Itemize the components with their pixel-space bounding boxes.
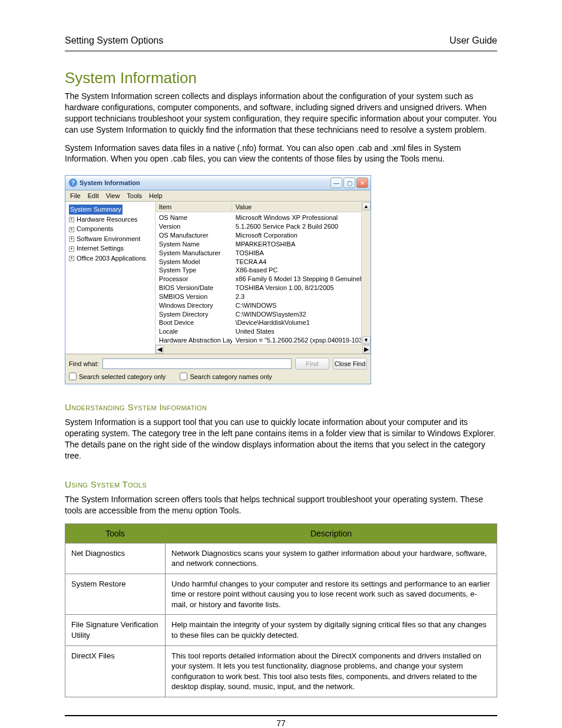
system-information-window: ? System Information — ▢ ✕ File Edit Vie… [65,175,371,384]
menu-help[interactable]: Help [149,192,163,199]
page-number: 77 [65,716,497,728]
item-cell: System Name [156,240,232,249]
list-row[interactable]: LocaleUnited States [156,327,371,336]
item-cell: OS Manufacturer [156,231,232,240]
expand-icon[interactable]: + [69,217,74,222]
tool-desc-cell: Undo harmful changes to your computer an… [166,574,497,615]
section-heading-understanding: Understanding System Information [65,402,497,412]
value-cell: TOSHIBA Version 1.00, 8/21/2005 [232,284,371,292]
list-row[interactable]: Windows DirectoryC:\WINDOWS [156,301,371,310]
tool-desc-cell: Network Diagnostics scans your system to… [166,543,497,574]
list-row[interactable]: SMBIOS Version2.3 [156,292,371,301]
scroll-right-icon[interactable]: ▶ [362,345,371,354]
tool-desc-cell: Help maintain the integrity of your syst… [166,615,497,645]
list-row[interactable]: Hardware Abstraction LayerVersion = "5.1… [156,336,371,345]
list-row[interactable]: Boot Device\Device\HarddiskVolume1 [156,318,371,327]
value-cell: \Device\HarddiskVolume1 [232,318,371,327]
item-cell: OS Name [156,213,232,222]
close-find-button[interactable]: Close Find [333,358,367,370]
tool-name-cell: System Restore [65,574,166,615]
item-cell: System Directory [156,310,232,319]
tools-paragraph: The System Information screen offers too… [65,494,497,516]
value-cell: MPARKERTOSHIBA [232,240,371,249]
value-cell: 2.3 [232,292,371,301]
search-names-checkbox[interactable]: Search category names only [180,373,272,380]
item-cell: Version [156,222,232,231]
item-cell: Hardware Abstraction Layer [156,336,232,345]
value-cell: TOSHIBA [232,249,371,258]
tool-desc-cell: This tool reports detailed information a… [166,645,497,697]
item-cell: Windows Directory [156,301,232,310]
list-row[interactable]: System NameMPARKERTOSHIBA [156,240,371,249]
expand-icon[interactable]: + [69,256,74,261]
tree-item[interactable]: Internet Settings [77,245,124,252]
tool-name-cell: DirectX Files [65,645,166,697]
category-tree[interactable]: System Summary +Hardware Resources +Comp… [65,202,156,354]
list-row[interactable]: OS NameMicrosoft Windows XP Professional [156,213,371,222]
close-button[interactable]: ✕ [356,177,368,188]
vertical-scrollbar[interactable]: ▲ ▼ [361,202,371,344]
column-header-value[interactable]: Value [232,202,371,212]
list-row[interactable]: OS ManufacturerMicrosoft Corporation [156,231,371,240]
tree-item-selected[interactable]: System Summary [69,205,123,215]
find-input[interactable] [103,358,292,369]
details-pane: Item Value OS NameMicrosoft Windows XP P… [156,202,371,354]
list-row[interactable]: System ManufacturerTOSHIBA [156,249,371,258]
column-header-item[interactable]: Item [156,202,232,212]
item-cell: Boot Device [156,318,232,327]
table-row: System RestoreUndo harmful changes to yo… [65,574,497,615]
expand-icon[interactable]: + [69,236,74,242]
tool-name-cell: Net Diagnostics [65,543,166,574]
value-cell: C:\WINDOWS\system32 [232,310,371,319]
find-label: Find what: [69,360,99,367]
intro-paragraph-2: System Information saves data files in a… [65,143,497,165]
list-row[interactable]: BIOS Version/DateTOSHIBA Version 1.00, 8… [156,284,371,292]
scroll-down-icon[interactable]: ▼ [362,336,371,344]
minimize-button[interactable]: — [330,177,342,188]
list-row[interactable]: System DirectoryC:\WINDOWS\system32 [156,310,371,319]
tree-item[interactable]: Office 2003 Applications [77,255,146,262]
table-header-tools: Tools [65,523,166,543]
item-cell: Locale [156,327,232,336]
scroll-left-icon[interactable]: ◀ [156,345,164,354]
menu-tools[interactable]: Tools [127,192,142,199]
list-row[interactable]: System ModelTECRA A4 [156,258,371,266]
list-row[interactable]: Version5.1.2600 Service Pack 2 Build 260… [156,222,371,231]
scroll-up-icon[interactable]: ▲ [362,202,371,210]
item-cell: System Manufacturer [156,249,232,258]
value-cell: C:\WINDOWS [232,301,371,310]
menu-file[interactable]: File [70,192,81,199]
section-heading-tools: Using System Tools [65,479,497,489]
maximize-button[interactable]: ▢ [343,177,355,188]
search-selected-checkbox[interactable]: Search selected category only [69,373,166,380]
menu-view[interactable]: View [106,192,120,199]
window-titlebar: ? System Information — ▢ ✕ [65,176,371,190]
tool-name-cell: File Signature Verification Utility [65,615,166,645]
menu-bar: File Edit View Tools Help [65,190,371,202]
table-row: Net DiagnosticsNetwork Diagnostics scans… [65,543,497,574]
item-cell: System Type [156,266,232,275]
item-cell: System Model [156,258,232,266]
table-header-description: Description [166,523,497,543]
header-right: User Guide [449,35,497,46]
page-header: Setting System Options User Guide [65,35,497,51]
horizontal-scrollbar[interactable]: ◀ ▶ [156,344,371,354]
value-cell: TECRA A4 [232,258,371,266]
menu-edit[interactable]: Edit [88,192,99,199]
intro-paragraph-1: The System Information screen collects a… [65,91,497,136]
expand-icon[interactable]: + [69,246,74,252]
tree-item[interactable]: Hardware Resources [77,216,137,223]
list-row[interactable]: System TypeX86-based PC [156,266,371,275]
tree-item[interactable]: Components [77,225,113,232]
list-row[interactable]: Processorx86 Family 6 Model 13 Stepping … [156,275,371,284]
value-cell: Version = "5.1.2600.2562 (xpsp.040919-10… [232,336,371,345]
window-title: System Information [80,179,140,186]
item-cell: SMBIOS Version [156,292,232,301]
value-cell: X86-based PC [232,266,371,275]
expand-icon[interactable]: + [69,227,74,232]
tree-item[interactable]: Software Environment [77,235,140,242]
table-row: DirectX FilesThis tool reports detailed … [65,645,497,697]
find-button[interactable]: Find [295,358,329,370]
item-cell: Processor [156,275,232,284]
value-cell: Microsoft Windows XP Professional [232,213,371,222]
